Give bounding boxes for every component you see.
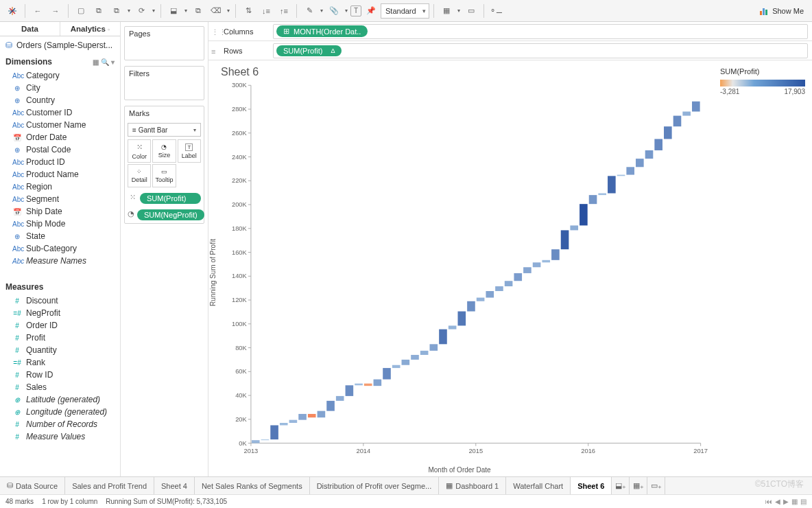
bar[interactable] [430,344,438,351]
bar[interactable] [645,150,654,159]
group-icon[interactable]: 📎 [326,3,342,19]
field-postal-code[interactable]: ⊕Postal Code [0,143,120,156]
marktype-select[interactable]: ≡ Gantt Bar [128,123,201,137]
bar[interactable] [673,116,682,127]
sort-asc-icon[interactable]: ↓≡ [258,3,274,19]
field-customer-name[interactable]: AbcCustomer Name [0,119,120,131]
field-rank[interactable]: =#Rank [0,356,120,369]
caret-icon[interactable]: ▾ [456,3,462,19]
nav-first-icon[interactable]: ⏮ [765,498,772,505]
field-quantity[interactable]: #Quantity [0,344,120,356]
view-grid-icon[interactable]: ▦ [791,498,798,505]
bar[interactable] [477,298,485,301]
present-icon[interactable]: ▭ [463,3,479,19]
bar[interactable] [355,384,363,386]
swap-icon[interactable]: ⇅ [240,3,256,19]
bar[interactable] [626,167,634,174]
bar[interactable] [420,351,429,355]
pin-icon[interactable]: 📌 [363,3,379,19]
caret-icon[interactable]: ▾ [126,3,132,19]
marks-pill-size[interactable]: ◔SUM(NegProfit) [128,207,201,220]
sheet-tab-sheet-6[interactable]: Sheet 6 [571,477,612,494]
marks-pill-color[interactable]: ⁙SUM(Profit) [128,190,201,204]
tab-data[interactable]: Data [0,22,60,36]
nav-prev-icon[interactable]: ◀ [775,498,780,505]
bar[interactable] [551,249,560,260]
bar[interactable] [411,355,419,360]
columns-pill[interactable]: ⊞MONTH(Order Dat.. [276,25,368,37]
new-story-tab-icon[interactable]: ▭₊ [647,477,665,494]
sheet-title[interactable]: Sheet 6 [211,66,708,80]
caret-icon[interactable]: ▾ [319,3,324,19]
bar[interactable] [682,112,691,116]
bar[interactable] [561,230,569,249]
rows-shelf[interactable]: ≡Rows SUM(Profit)Δ [208,41,812,60]
duplicate-icon[interactable]: ⧉ [190,3,206,19]
autoupdate-icon[interactable]: ⧉ [108,3,125,19]
bar[interactable] [318,411,326,418]
pages-card[interactable]: Pages [124,26,204,60]
sheet-tab-sales-and-profit-trend[interactable]: Sales and Profit Trend [65,477,154,494]
sheet-tab-dashboard-1[interactable]: ▦Dashboard 1 [439,477,506,494]
field-sub-category[interactable]: AbcSub-Category [0,242,120,255]
caret-icon[interactable]: ▾ [183,3,189,19]
field-row-id[interactable]: #Row ID [0,369,120,381]
bar[interactable] [589,195,597,204]
bar[interactable] [346,385,354,396]
bar[interactable] [449,325,457,329]
bar[interactable] [298,414,307,420]
tab-analytics[interactable]: Analytics ◦ [60,22,120,36]
new-worksheet-tab-icon[interactable]: ⬓₊ [612,477,630,494]
cards-icon[interactable]: ▦ [438,3,455,19]
field-segment[interactable]: AbcSegment [0,193,120,205]
field-measure-values[interactable]: #Measure Values [0,430,120,443]
bar[interactable] [308,414,316,417]
bar[interactable] [664,126,672,139]
forward-icon[interactable]: → [47,3,64,19]
highlight-icon[interactable]: ✎ [301,3,318,19]
field-customer-id[interactable]: AbcCustomer ID [0,106,120,119]
marks-label-button[interactable]: TLabel [178,139,201,163]
marks-size-button[interactable]: ◔Size [152,139,176,163]
bar[interactable] [514,273,522,281]
field-ship-date[interactable]: 📅Ship Date [0,205,120,218]
marks-tooltip-button[interactable]: ▭Tooltip [152,164,176,187]
bar[interactable] [374,380,382,386]
marks-detail-button[interactable]: ⁘Detail [128,164,151,187]
field-number-of-records[interactable]: #Number of Records [0,418,120,430]
field-product-name[interactable]: AbcProduct Name [0,168,120,181]
field-measure-names[interactable]: AbcMeasure Names [0,255,120,267]
field-sales[interactable]: #Sales [0,381,120,393]
bar[interactable] [692,102,700,112]
bar[interactable] [533,262,541,267]
bar[interactable] [457,312,466,326]
marks-color-button[interactable]: ⁙Color [128,139,151,163]
caret-icon[interactable]: ▾ [344,3,349,19]
bar[interactable] [542,260,550,262]
field-discount[interactable]: #Discount [0,295,120,307]
bar[interactable] [636,159,644,167]
bar[interactable] [608,176,616,193]
view-list-icon[interactable]: ▤ [800,498,807,505]
bar[interactable] [617,175,625,176]
share-icon[interactable]: ⚬⚊ [488,3,505,19]
bar[interactable] [467,301,475,312]
field-country[interactable]: ⊕Country [0,94,120,106]
field-state[interactable]: ⊕State [0,230,120,242]
bar[interactable] [364,384,372,386]
sheet-tab-distribution-of-profit-over-segme-[interactable]: Distribution of Profit over Segme... [310,477,440,494]
sheet-tab-sheet-4[interactable]: Sheet 4 [154,477,195,494]
bar[interactable] [336,396,344,401]
bar[interactable] [392,365,401,368]
color-legend[interactable]: SUM(Profit) -3,28117,903 [716,60,812,476]
field-order-id[interactable]: #Order ID [0,319,120,332]
back-icon[interactable]: ← [29,3,46,19]
bar[interactable] [580,204,588,225]
field-product-id[interactable]: AbcProduct ID [0,156,120,168]
filters-card[interactable]: Filters [124,66,204,100]
bar[interactable] [654,139,662,150]
show-me-button[interactable]: Show Me [756,7,808,15]
bar[interactable] [261,439,270,440]
bar[interactable] [402,360,410,365]
bar[interactable] [289,420,298,423]
